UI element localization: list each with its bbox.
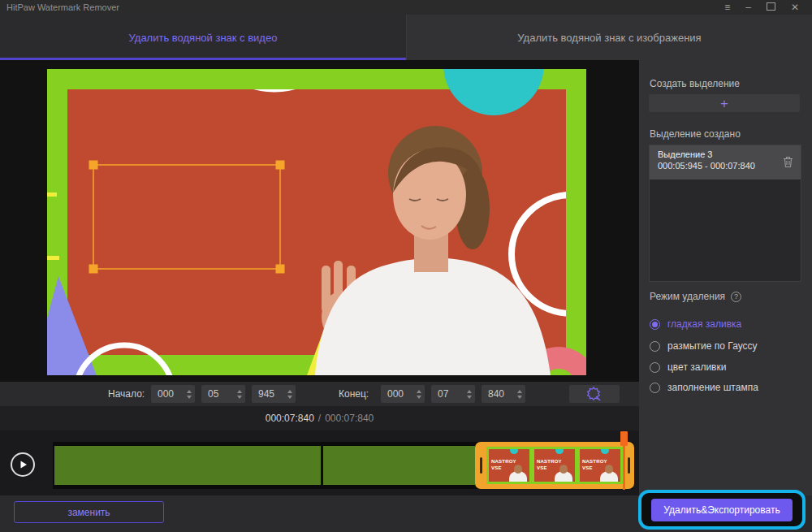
clip-segment-2[interactable] — [323, 446, 475, 485]
help-icon[interactable]: ? — [731, 292, 741, 302]
tab-remove-image-watermark[interactable]: Удалить водяной знак с изображения — [406, 15, 812, 60]
menu-icon[interactable]: ≡ — [724, 0, 730, 15]
spinner-arrows-icon[interactable] — [237, 390, 242, 399]
export-highlight-ring: Удалить&Экспортировать — [638, 490, 806, 530]
selection-left-handle[interactable] — [475, 442, 486, 489]
radio-icon — [650, 341, 660, 352]
trash-icon — [783, 156, 793, 168]
start-millis-value: 945 — [258, 388, 287, 400]
spinner-arrows-icon[interactable] — [417, 390, 421, 399]
editor-area: Начало: 000 05 945 Конец: 000 07 — [0, 60, 639, 532]
spinner-arrows-icon[interactable] — [467, 390, 472, 399]
start-seconds-value: 05 — [208, 388, 237, 400]
mode-option-fill-color[interactable]: цвет заливки — [650, 361, 726, 374]
start-millis-field[interactable]: 945 — [252, 385, 296, 403]
end-seconds-field[interactable]: 07 — [431, 385, 475, 403]
selection-list-item[interactable]: Выделение 3 000:05:945 - 000:07:840 — [650, 145, 801, 179]
selection-item-range: 000:05:945 - 000:07:840 — [658, 161, 793, 171]
sidebar: Создать выделение + Выделение создано Вы… — [639, 60, 812, 532]
mode-option-smooth-fill[interactable]: гладкая заливка — [650, 318, 741, 331]
handle-grip — [480, 457, 482, 474]
thumb-cyan-shape — [555, 447, 564, 454]
thumb-cyan-shape — [510, 447, 518, 454]
mode-option-label: гладкая заливка — [667, 318, 741, 330]
magnifier-star-icon — [586, 387, 603, 401]
thumb-figure-head — [559, 465, 568, 474]
window-controls: ≡ – ✕ — [724, 0, 812, 15]
thumb-figure-head — [514, 465, 522, 474]
mode-option-gaussian-blur[interactable]: размытие по Гауссу — [650, 340, 758, 353]
mode-option-stamp-fill[interactable]: заполнение штампа — [650, 381, 758, 394]
radio-icon — [650, 362, 660, 373]
timeline: NASTROYVSE NASTROYVSE NASTROYV — [0, 430, 639, 495]
tab-bar: Удалить водяной знак с видео Удалить вод… — [0, 15, 812, 60]
delete-selection-button[interactable] — [783, 156, 793, 171]
selection-handle-bottom-left[interactable] — [89, 265, 98, 274]
playhead-line — [623, 446, 625, 490]
time-separator: / — [318, 413, 321, 424]
window-title: HitPaw Watermark Remover — [0, 2, 724, 12]
mode-option-label: цвет заливки — [667, 361, 726, 373]
video-frame — [47, 69, 586, 375]
start-minutes-field[interactable]: 000 — [151, 385, 195, 403]
playback-time-bar: 000:07:840 / 000:07:840 — [0, 406, 639, 430]
video-preview[interactable] — [47, 69, 586, 375]
remove-and-export-button[interactable]: Удалить&Экспортировать — [651, 499, 793, 521]
current-time: 000:07:840 — [266, 413, 314, 424]
selection-list[interactable]: Выделение 3 000:05:945 - 000:07:840 — [649, 145, 801, 282]
mode-option-label: размытие по Гауссу — [667, 340, 758, 352]
total-time: 000:07:840 — [325, 413, 374, 424]
video-thumbnail: NASTROYVSE — [486, 447, 532, 484]
close-icon[interactable]: ✕ — [791, 0, 799, 15]
preview-effect-button[interactable] — [569, 385, 620, 403]
add-selection-button[interactable]: + — [649, 94, 800, 112]
selection-handle-top-right[interactable] — [276, 161, 285, 170]
selection-handle-bottom-right[interactable] — [276, 265, 285, 274]
replace-button-label: заменить — [67, 507, 110, 518]
end-label: Конец: — [339, 382, 369, 406]
playhead-marker[interactable] — [620, 431, 628, 446]
play-button[interactable] — [11, 452, 35, 477]
create-selection-label: Создать выделение — [650, 78, 740, 89]
tab-label: Удалить водяной знак с видео — [129, 32, 278, 44]
selection-handle-top-left[interactable] — [89, 161, 98, 170]
radio-icon — [650, 383, 660, 393]
start-seconds-field[interactable]: 05 — [201, 385, 245, 403]
timeline-track[interactable]: NASTROYVSE NASTROYVSE NASTROYV — [53, 442, 633, 489]
selection-created-label: Выделение создано — [650, 128, 741, 140]
tab-label: Удалить водяной знак с изображения — [517, 32, 701, 44]
selection-item-title: Выделение 3 — [658, 149, 793, 159]
thumb-caption: NASTROYVSE — [582, 459, 607, 471]
radio-selected-icon — [650, 319, 660, 330]
start-minutes-value: 000 — [158, 388, 187, 400]
clip-segment-1[interactable] — [54, 446, 321, 485]
end-seconds-value: 07 — [438, 388, 467, 400]
export-button-label: Удалить&Экспортировать — [663, 504, 780, 516]
end-minutes-field[interactable]: 000 — [381, 385, 425, 403]
thumb-cyan-shape — [601, 447, 609, 454]
spinner-arrows-icon[interactable] — [287, 390, 292, 399]
end-millis-value: 840 — [488, 388, 517, 400]
trim-control-bar: Начало: 000 05 945 Конец: 000 07 — [0, 382, 639, 406]
video-thumbnail: NASTROYVSE — [532, 447, 577, 484]
end-millis-field[interactable]: 840 — [482, 385, 525, 403]
title-bar: HitPaw Watermark Remover ≡ – ✕ — [0, 0, 812, 15]
replace-button[interactable]: заменить — [14, 501, 164, 523]
spinner-arrows-icon[interactable] — [517, 390, 522, 399]
video-thumbnail: NASTROYVSE — [577, 447, 623, 484]
timeline-selection-region[interactable]: NASTROYVSE NASTROYVSE NASTROYV — [475, 442, 634, 489]
handle-grip — [628, 457, 630, 474]
plus-icon: + — [720, 97, 728, 110]
tab-remove-video-watermark[interactable]: Удалить водяной знак с видео — [0, 15, 406, 60]
yellow-dash-2 — [47, 256, 59, 260]
spinner-arrows-icon[interactable] — [187, 390, 192, 399]
maximize-glyph — [767, 2, 775, 11]
end-minutes-value: 000 — [387, 388, 417, 400]
minimize-icon[interactable]: – — [745, 0, 751, 15]
thumb-figure-head — [605, 465, 613, 474]
yellow-dash-1 — [47, 192, 57, 197]
start-label: Начало: — [108, 382, 145, 406]
maximize-icon[interactable] — [767, 0, 775, 15]
thumb-caption: NASTROYVSE — [537, 459, 562, 471]
play-icon — [18, 460, 28, 469]
